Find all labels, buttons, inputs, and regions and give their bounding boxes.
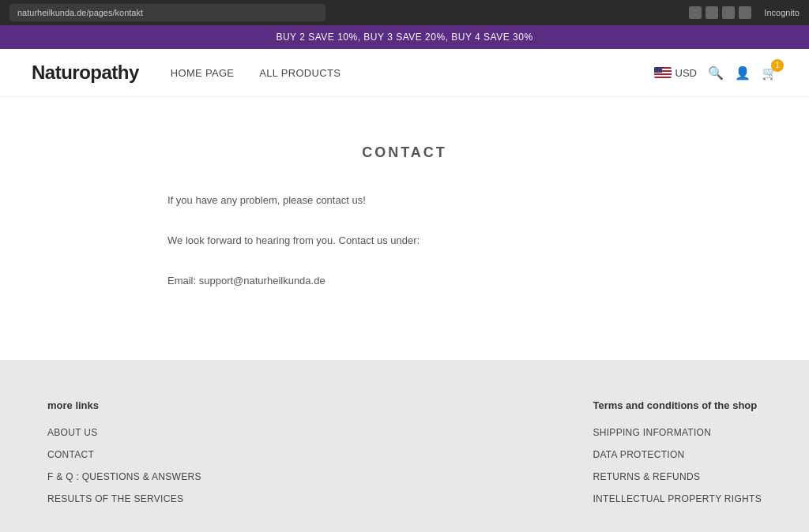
main-nav: HOME PAGE ALL PRODUCTS (171, 67, 341, 79)
account-icon[interactable]: 👤 (735, 66, 751, 81)
contact-text-block: If you have any problem, please contact … (167, 193, 642, 289)
site-header: Naturopathy HOME PAGE ALL PRODUCTS USD 🔍… (0, 49, 809, 97)
footer-link-faq[interactable]: F & Q : QUESTIONS & ANSWERS (47, 471, 201, 482)
footer-right-col: Terms and conditions of the shop SHIPPIN… (593, 399, 762, 514)
nav-home[interactable]: HOME PAGE (171, 67, 234, 79)
currency-label: USD (675, 67, 697, 79)
browser-icon-2[interactable] (706, 6, 718, 19)
browser-icon-3[interactable] (722, 6, 735, 19)
contact-paragraph-2: We look forward to hearing from you. Con… (167, 233, 642, 249)
header-right: USD 🔍 👤 🛒 1 (654, 66, 777, 81)
footer-left-links: ABOUT US CONTACT F & Q : QUESTIONS & ANS… (47, 425, 201, 504)
footer-link-results[interactable]: RESULTS OF THE SERVICES (47, 493, 183, 504)
site-logo[interactable]: Naturopathy (32, 62, 139, 84)
footer-link-contact[interactable]: CONTACT (47, 449, 94, 460)
browser-chrome: naturheilkunda.de/pages/kontakt Incognit… (0, 0, 809, 25)
browser-icon-1[interactable] (689, 6, 702, 19)
us-flag-icon (654, 67, 672, 78)
cart-wrapper[interactable]: 🛒 1 (762, 66, 777, 81)
footer-link-returns[interactable]: RETURNS & REFUNDS (593, 471, 700, 482)
footer-link-shipping[interactable]: SHIPPING INFORMATION (593, 427, 711, 438)
footer-left-heading: more links (47, 399, 201, 411)
contact-paragraph-1: If you have any problem, please contact … (167, 193, 642, 209)
url-bar[interactable]: naturheilkunda.de/pages/kontakt (9, 4, 325, 21)
nav-products[interactable]: ALL PRODUCTS (259, 67, 341, 79)
footer-link-data[interactable]: DATA PROTECTION (593, 449, 684, 460)
footer-link-ip[interactable]: INTELLECTUAL PROPERTY RIGHTS (593, 493, 762, 504)
promo-banner: BUY 2 SAVE 10%, BUY 3 SAVE 20%, BUY 4 SA… (0, 25, 809, 49)
footer-right-heading: Terms and conditions of the shop (593, 399, 762, 411)
incognito-label: Incognito (764, 8, 800, 17)
contact-paragraph-3: Email: support@naturheilkunda.de (167, 273, 642, 290)
footer-right-links: SHIPPING INFORMATION DATA PROTECTION RET… (593, 425, 762, 504)
promo-text: BUY 2 SAVE 10%, BUY 3 SAVE 20%, BUY 4 SA… (276, 32, 532, 43)
currency-selector[interactable]: USD (654, 67, 697, 79)
footer-top: more links ABOUT US CONTACT F & Q : QUES… (47, 399, 762, 514)
search-icon[interactable]: 🔍 (708, 66, 724, 81)
page-title: CONTACT (32, 144, 777, 161)
browser-right-icons: Incognito (689, 6, 800, 19)
site-footer: more links ABOUT US CONTACT F & Q : QUES… (0, 360, 809, 532)
footer-link-about[interactable]: ABOUT US (47, 427, 98, 438)
main-content: CONTACT If you have any problem, please … (0, 97, 809, 360)
footer-left-col: more links ABOUT US CONTACT F & Q : QUES… (47, 399, 201, 514)
url-text: naturheilkunda.de/pages/kontakt (17, 8, 143, 17)
cart-badge: 1 (771, 59, 784, 72)
browser-icon-4[interactable] (739, 6, 751, 19)
